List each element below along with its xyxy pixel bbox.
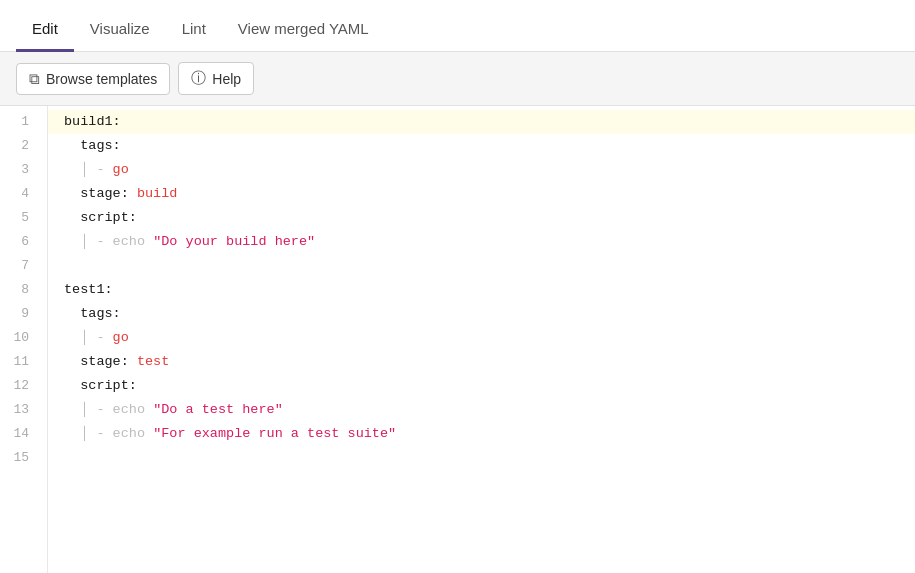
code-line: test1:: [48, 278, 915, 302]
code-line: [48, 254, 915, 278]
toolbar: ⧉ Browse templates ⓘ Help: [0, 52, 915, 106]
tab-lint[interactable]: Lint: [166, 8, 222, 52]
code-line: stage: test: [48, 350, 915, 374]
code-line: │ - echo "Do a test here": [48, 398, 915, 422]
code-line: tags:: [48, 134, 915, 158]
browse-templates-label: Browse templates: [46, 71, 157, 87]
tab-edit[interactable]: Edit: [16, 8, 74, 52]
code-line: build1:: [48, 110, 915, 134]
code-line: │ - echo "For example run a test suite": [48, 422, 915, 446]
external-link-icon: ⧉: [29, 70, 40, 88]
help-label: Help: [212, 71, 241, 87]
code-line: │ - go: [48, 158, 915, 182]
code-lines[interactable]: build1: tags: │ - go stage: build script…: [48, 106, 915, 573]
code-line: tags:: [48, 302, 915, 326]
code-line: script:: [48, 206, 915, 230]
code-line: │ - echo "Do your build here": [48, 230, 915, 254]
code-line: │ - go: [48, 326, 915, 350]
info-icon: ⓘ: [191, 69, 206, 88]
help-button[interactable]: ⓘ Help: [178, 62, 254, 95]
code-line: [48, 446, 915, 470]
browse-templates-button[interactable]: ⧉ Browse templates: [16, 63, 170, 95]
tab-view-merged[interactable]: View merged YAML: [222, 8, 385, 52]
code-line: stage: build: [48, 182, 915, 206]
tab-bar: Edit Visualize Lint View merged YAML: [0, 0, 915, 52]
line-numbers: 123456789101112131415: [0, 106, 48, 573]
code-editor[interactable]: 123456789101112131415 build1: tags: │ - …: [0, 106, 915, 573]
code-line: script:: [48, 374, 915, 398]
tab-visualize[interactable]: Visualize: [74, 8, 166, 52]
